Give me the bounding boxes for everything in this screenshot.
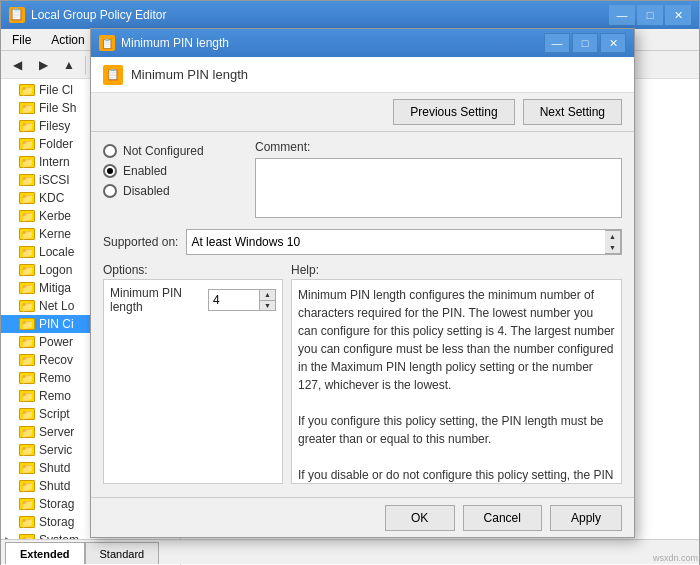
- sidebar-label: Storag: [39, 497, 74, 511]
- bg-minimize-button[interactable]: —: [609, 5, 635, 25]
- folder-icon: 📁: [19, 264, 35, 276]
- radio-label-disabled: Disabled: [123, 184, 170, 198]
- apply-button[interactable]: Apply: [550, 505, 622, 531]
- bg-window-icon: 📋: [9, 7, 25, 23]
- supported-label: Supported on:: [103, 235, 178, 249]
- folder-icon: 📁: [19, 318, 35, 330]
- sidebar-label: Kerbe: [39, 209, 71, 223]
- sidebar-label: Logon: [39, 263, 72, 277]
- sidebar-label: Intern: [39, 155, 70, 169]
- radio-circle-not-configured: [103, 144, 117, 158]
- sidebar-label: Script: [39, 407, 70, 421]
- options-content: Minimum PIN length ▲ ▼: [104, 280, 282, 483]
- spinner-down-button[interactable]: ▼: [260, 301, 275, 311]
- bg-window-title: Local Group Policy Editor: [31, 8, 609, 22]
- help-text-paragraph-1: Minimum PIN length configures the minimu…: [298, 286, 615, 394]
- folder-icon: 📁: [19, 408, 35, 420]
- cancel-button[interactable]: Cancel: [463, 505, 542, 531]
- dialog-maximize-button[interactable]: □: [572, 33, 598, 53]
- dialog-minimum-pin-length: 📋 Minimum PIN length — □ ✕ 📋 Minimum PIN…: [90, 28, 635, 538]
- toolbar-up[interactable]: ▲: [57, 54, 81, 76]
- radio-circle-enabled: [103, 164, 117, 178]
- radio-section: Not Configured Enabled Disabled: [103, 140, 243, 221]
- spinner-up-button[interactable]: ▲: [260, 290, 275, 301]
- folder-icon: 📁: [19, 462, 35, 474]
- sidebar-label: Shutd: [39, 479, 70, 493]
- option-row-pin-length: Minimum PIN length ▲ ▼: [110, 286, 276, 314]
- comment-section: Comment:: [255, 140, 622, 221]
- menu-action[interactable]: Action: [46, 31, 89, 49]
- toolbar-forward[interactable]: ▶: [31, 54, 55, 76]
- radio-disabled[interactable]: Disabled: [103, 184, 243, 198]
- sidebar-label: iSCSI: [39, 173, 70, 187]
- sidebar-label: Net Lo: [39, 299, 74, 313]
- options-section-label: Options:: [103, 263, 283, 277]
- tab-extended[interactable]: Extended: [5, 542, 85, 564]
- folder-icon: 📁: [19, 426, 35, 438]
- option-input-pin-length[interactable]: [209, 290, 259, 310]
- comment-label: Comment:: [255, 140, 622, 154]
- sidebar-label: Power: [39, 335, 73, 349]
- folder-icon: 📁: [19, 480, 35, 492]
- folder-icon: 📁: [19, 84, 35, 96]
- bg-titlebar: 📋 Local Group Policy Editor — □ ✕: [1, 1, 699, 29]
- option-spinner[interactable]: ▲ ▼: [259, 290, 275, 310]
- help-text-paragraph-2: If you configure this policy setting, th…: [298, 412, 615, 448]
- folder-icon: 📁: [19, 174, 35, 186]
- comment-textarea[interactable]: [255, 158, 622, 218]
- radio-label-enabled: Enabled: [123, 164, 167, 178]
- tab-standard[interactable]: Standard: [85, 542, 160, 564]
- previous-setting-button[interactable]: Previous Setting: [393, 99, 514, 125]
- sidebar-label: Folder: [39, 137, 73, 151]
- bg-title-controls: — □ ✕: [609, 5, 691, 25]
- bg-maximize-button[interactable]: □: [637, 5, 663, 25]
- folder-icon: 📁: [19, 102, 35, 114]
- ok-button[interactable]: OK: [385, 505, 455, 531]
- sidebar-label: PIN Ci: [39, 317, 74, 331]
- folder-icon: 📁: [19, 444, 35, 456]
- folder-icon: 📁: [19, 300, 35, 312]
- option-input-container: ▲ ▼: [208, 289, 276, 311]
- dialog-subtitle-icon: 📋: [103, 65, 123, 85]
- sidebar-label: Filesy: [39, 119, 70, 133]
- folder-icon: 📁: [19, 192, 35, 204]
- dialog-minimize-button[interactable]: —: [544, 33, 570, 53]
- options-area: Minimum PIN length ▲ ▼: [103, 279, 283, 484]
- folder-icon: 📁: [19, 156, 35, 168]
- dialog-title-controls: — □ ✕: [544, 33, 626, 53]
- supported-field: At least Windows 10: [187, 230, 605, 254]
- menu-file[interactable]: File: [7, 31, 36, 49]
- sidebar-label: Server: [39, 425, 74, 439]
- radio-not-configured[interactable]: Not Configured: [103, 144, 243, 158]
- scroll-up-icon: ▲: [609, 233, 616, 240]
- sidebar-label: Shutd: [39, 461, 70, 475]
- dialog-close-button[interactable]: ✕: [600, 33, 626, 53]
- next-setting-button[interactable]: Next Setting: [523, 99, 622, 125]
- folder-icon: 📁: [19, 138, 35, 150]
- toolbar-divider: [85, 56, 86, 74]
- dialog-window-icon: 📋: [99, 35, 115, 51]
- dialog-title: Minimum PIN length: [121, 36, 544, 50]
- radio-group: Not Configured Enabled Disabled: [103, 140, 243, 202]
- dialog-footer: OK Cancel Apply: [91, 497, 634, 537]
- toolbar-back[interactable]: ◀: [5, 54, 29, 76]
- supported-field-container: At least Windows 10 ▲ ▼: [186, 229, 622, 255]
- sidebar-label: Kerne: [39, 227, 71, 241]
- sidebar-label: Remo: [39, 389, 71, 403]
- bg-close-button[interactable]: ✕: [665, 5, 691, 25]
- sidebar-label: File Cl: [39, 83, 73, 97]
- sidebar-label: Servic: [39, 443, 72, 457]
- section-labels: Options: Help:: [103, 263, 622, 277]
- option-name-pin-length: Minimum PIN length: [110, 286, 202, 314]
- radio-label-not-configured: Not Configured: [123, 144, 204, 158]
- scroll-down-icon: ▼: [609, 244, 616, 251]
- folder-icon: 📁: [19, 282, 35, 294]
- folder-icon: 📁: [19, 120, 35, 132]
- dialog-subtitle-bar: 📋 Minimum PIN length: [91, 57, 634, 93]
- sidebar-label: Remo: [39, 371, 71, 385]
- radio-enabled[interactable]: Enabled: [103, 164, 243, 178]
- sidebar-label: File Sh: [39, 101, 76, 115]
- dialog-top-section: Not Configured Enabled Disabled Comment:: [103, 140, 622, 221]
- dialog-nav-area: Previous Setting Next Setting: [91, 93, 634, 132]
- folder-icon: 📁: [19, 246, 35, 258]
